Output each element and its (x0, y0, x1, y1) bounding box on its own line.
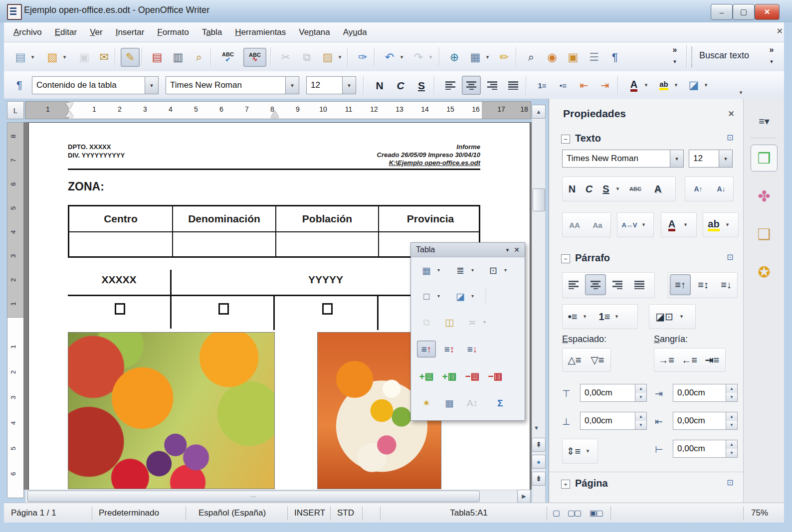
sb-highlight-dropdown[interactable]: ▾ (724, 215, 731, 233)
status-zoom-percent[interactable]: 75% (751, 508, 768, 518)
scroll-right-button[interactable]: ▶ (517, 490, 531, 503)
view-book-button[interactable]: ▣▢ (590, 508, 602, 518)
increase-indent-button[interactable]: ⇥ (595, 76, 614, 95)
bullet-list-button[interactable]: •≡ (554, 76, 573, 95)
pal-align-bottom-button[interactable]: ≡↓ (463, 341, 482, 357)
indent-marker[interactable] (65, 111, 73, 117)
pal-insert-table-dropdown[interactable]: ▾ (435, 262, 442, 278)
format-paintbrush-button[interactable]: ✑ (353, 48, 372, 67)
new-document-dropdown[interactable]: ▾ (29, 48, 36, 66)
sb-bullet-list-dropdown[interactable]: ▾ (581, 307, 589, 325)
pal-border-color-button[interactable]: □ (417, 288, 436, 305)
highlighting-dropdown[interactable]: ▾ (672, 76, 680, 94)
pal-align-top-button[interactable]: ≡↑ (417, 341, 436, 357)
gallery-button[interactable]: ▣ (564, 48, 583, 67)
menu-tabla[interactable]: Tabla (196, 24, 229, 40)
hyperlink-button[interactable]: ⊕ (445, 48, 464, 67)
pal-center-vertical-button[interactable]: ≡↕ (440, 341, 459, 357)
texto-dialog-launcher-icon[interactable]: ⊡ (727, 133, 733, 142)
sb-numbered-list-button[interactable]: 1≡ (595, 306, 614, 327)
align-center-button[interactable] (462, 76, 481, 95)
ruler-corner[interactable]: L (7, 101, 24, 119)
sb-underline-button[interactable]: S (597, 178, 615, 199)
status-page[interactable]: Página 1 / 1 (11, 508, 56, 518)
sb-hanging-indent-button[interactable]: ⇥≡ (701, 350, 724, 370)
sb-numbered-list-dropdown[interactable]: ▾ (613, 307, 620, 325)
status-insert-mode[interactable]: INSERT (294, 508, 325, 518)
navigate-by-button[interactable]: ● (532, 455, 546, 469)
pal-delete-row-button[interactable]: −▤ (463, 367, 482, 384)
tabla-title-bar[interactable]: Tabla ▾ ✕ (411, 243, 525, 257)
doc-header-fecha[interactable]: Creado 26/05/09 Impreso 30/04/10 (278, 151, 480, 159)
export-pdf-button[interactable]: ▤ (148, 48, 167, 67)
indent-after-field[interactable]: 0,00cm ▲▼ (673, 412, 738, 430)
table-header-denominacion[interactable]: Denominación (173, 213, 275, 225)
sb-highlight-button[interactable]: ab (704, 214, 724, 235)
horizontal-scroll-thumb[interactable]: ⋯ (27, 491, 480, 502)
status-selection-mode[interactable]: STD (337, 508, 354, 518)
sb-valign-bottom-button[interactable]: ≡↓ (716, 274, 737, 295)
sb-paragraph-background-button[interactable]: ◪⊡ (651, 306, 678, 327)
highlighting-button[interactable]: ab (654, 76, 673, 95)
sb-decrease-indent-button[interactable]: ←≡ (678, 350, 701, 370)
pal-background-button[interactable]: ◪ (451, 288, 470, 305)
navigator-button[interactable]: ◉ (543, 48, 562, 67)
sb-italic-button[interactable]: C (580, 178, 598, 199)
menu-formato[interactable]: Formato (151, 24, 195, 40)
checkbox-field[interactable] (322, 303, 333, 315)
pal-split-cells-button[interactable]: ◫ (440, 314, 459, 331)
sb-increase-indent-button[interactable]: →≡ (655, 350, 678, 370)
insert-table-dropdown[interactable]: ▾ (484, 48, 491, 66)
numbered-list-button[interactable]: 1≡ (533, 76, 552, 95)
underline-button[interactable]: S (412, 76, 431, 95)
sb-font-color-dropdown[interactable]: ▾ (682, 215, 689, 233)
pal-delete-column-button[interactable]: −▥ (486, 367, 505, 384)
tabla-close-icon[interactable]: ✕ (514, 246, 525, 254)
email-button[interactable]: ✉ (95, 48, 114, 67)
undo-dropdown[interactable]: ▾ (398, 48, 405, 66)
parrafo-dialog-launcher-icon[interactable]: ⊡ (727, 252, 733, 262)
sb-char-spacing-dropdown[interactable]: ▾ (640, 215, 647, 233)
toolbar-overflow[interactable]: » ▾ (668, 45, 681, 65)
new-document-button[interactable]: ▤ (11, 48, 30, 67)
texto-collapse-icon[interactable]: − (561, 135, 570, 144)
apply-style-button[interactable]: ¶ (10, 76, 29, 95)
menu-editar[interactable]: Editar (48, 24, 83, 40)
menu-archivo[interactable]: Archivo (7, 24, 48, 40)
parrafo-section-header[interactable]: Párrafo (575, 252, 610, 264)
paragraph-style-combo[interactable]: Contenido de la tabla ▾ (32, 76, 159, 94)
vertical-ruler[interactable]: 8 7 6 5 4 3 2 1 1 2 3 4 5 6 (7, 122, 24, 498)
pal-table-properties-button[interactable]: ▦ (440, 394, 459, 411)
sb-align-center-button[interactable] (585, 274, 606, 295)
menu-insertar[interactable]: Insertar (109, 24, 151, 40)
pal-background-dropdown[interactable]: ▾ (469, 288, 476, 304)
spellcheck-button[interactable]: ABC✔ (216, 48, 239, 67)
menu-herramientas[interactable]: Herramientas (228, 24, 292, 40)
maximize-button[interactable]: ▢ (733, 4, 755, 20)
status-page-style[interactable]: Predeterminado (99, 508, 159, 518)
view-two-pages-button[interactable]: ▢▢ (568, 508, 581, 518)
combo-arrow-icon[interactable]: ▾ (342, 77, 356, 94)
sb-strikethrough-button[interactable]: ABC (624, 178, 647, 199)
pal-insert-table-button[interactable]: ▦ (417, 262, 436, 279)
font-name-combo[interactable]: Times New Roman ▾ (166, 76, 299, 94)
open-dropdown[interactable]: ▾ (61, 48, 68, 66)
formatting-marks-button[interactable]: ¶ (605, 48, 624, 67)
font-color-button[interactable]: A (624, 76, 643, 95)
data-sources-button[interactable]: ☰ (585, 48, 603, 67)
pal-line-style-dropdown[interactable]: ▾ (469, 262, 476, 278)
pal-line-style-button[interactable]: ≣ (451, 262, 470, 279)
close-button[interactable]: ✕ (755, 4, 780, 20)
texto-section-header[interactable]: Texto (575, 133, 601, 144)
status-language[interactable]: Español (España) (198, 508, 266, 518)
sb-decrease-size-button[interactable]: A↓ (710, 178, 733, 199)
menu-ver[interactable]: Ver (83, 24, 109, 40)
sb-increase-size-button[interactable]: A↑ (687, 178, 710, 199)
table-header-provincia[interactable]: Provincia (379, 213, 482, 225)
table-header-poblacion[interactable]: Población (276, 213, 378, 225)
scroll-down-icon[interactable]: ▼ (534, 425, 539, 431)
zona-heading[interactable]: ZONA: (68, 180, 104, 193)
background-color-button[interactable]: ◪ (684, 76, 703, 95)
find-replace-button[interactable]: ⌕ (522, 48, 541, 67)
pagina-dialog-launcher-icon[interactable]: ⊡ (727, 478, 733, 487)
